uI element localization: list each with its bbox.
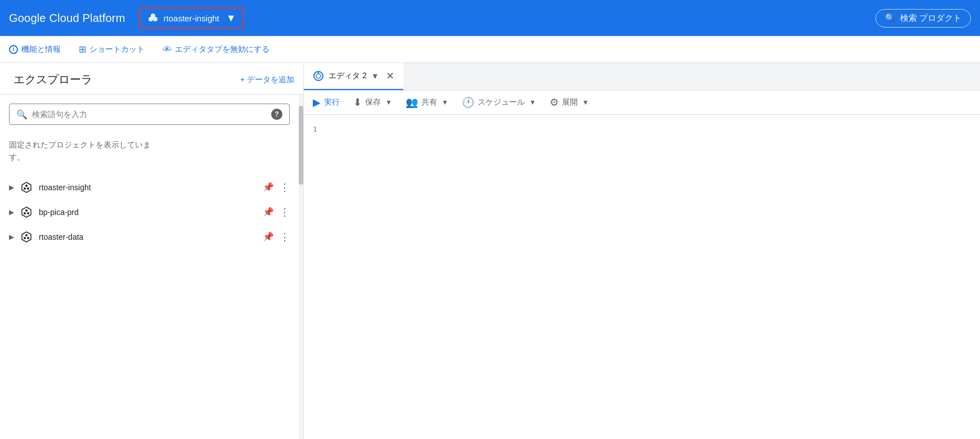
- subnav-features[interactable]: i 機能と情報: [9, 44, 61, 55]
- main-layout: エクスプローラ + データを追加 🔍 ? 固定されたプロジェクトを表示しています…: [0, 63, 980, 439]
- deploy-button[interactable]: ⚙ 展開 ▼: [550, 96, 589, 109]
- svg-point-6: [27, 187, 29, 190]
- eye-off-icon: 👁: [163, 44, 172, 55]
- project-hex-icon: [20, 230, 33, 244]
- schedule-icon: 🕐: [462, 96, 474, 109]
- project-icon: [147, 12, 159, 24]
- pinned-message: 固定されたプロジェクトを表示しています。: [9, 138, 290, 164]
- grid-icon: ⊞: [79, 44, 86, 55]
- editor-content[interactable]: 1: [304, 115, 980, 439]
- share-button[interactable]: 👥 共有 ▼: [406, 96, 448, 109]
- line-number: 1: [313, 124, 971, 135]
- svg-point-10: [27, 212, 29, 214]
- more-options-icon[interactable]: ⋮: [280, 231, 290, 243]
- schedule-button[interactable]: 🕐 スケジュール ▼: [462, 96, 536, 109]
- svg-point-12: [25, 234, 28, 236]
- editor-toolbar: ▶ 実行 ⬇ 保存 ▼ 👥 共有 ▼ 🕐 スケジュール ▼ ⚙ 展開 ▼: [304, 91, 980, 115]
- info-icon: i: [9, 45, 18, 54]
- add-data-label: + データを追加: [240, 75, 294, 85]
- svg-point-1: [149, 17, 153, 21]
- project-hex-icon: [20, 205, 33, 219]
- svg-marker-11: [22, 232, 31, 242]
- subnav-disable-editor-label: エディタタブを無効にする: [175, 44, 269, 55]
- subnav-disable-editor[interactable]: 👁 エディタタブを無効にする: [163, 44, 269, 55]
- share-label: 共有: [421, 97, 437, 107]
- editor-tab-active[interactable]: エディタ 2 ▼ ✕: [304, 63, 403, 90]
- table-row[interactable]: ▶ bp-pica-prd 📌 ⋮: [9, 202, 290, 222]
- search-icon: 🔍: [885, 13, 896, 23]
- svg-marker-7: [22, 207, 31, 217]
- run-button[interactable]: ▶ 実行: [313, 96, 340, 109]
- expand-arrow-icon[interactable]: ▶: [9, 183, 14, 191]
- tab-label: エディタ 2: [329, 71, 367, 81]
- search-bar[interactable]: 🔍 検索 プロダクト: [875, 9, 971, 28]
- pin-icon[interactable]: 📌: [263, 231, 274, 242]
- search-label: 検索 プロダクト: [900, 13, 961, 24]
- header: Google Cloud Platform rtoaster-insight ▼…: [0, 0, 980, 36]
- project-name-label: bp-pica-prd: [39, 208, 257, 217]
- expand-arrow-icon[interactable]: ▶: [9, 233, 14, 241]
- editor-tabs: エディタ 2 ▼ ✕: [304, 63, 980, 91]
- deploy-dropdown-icon[interactable]: ▼: [582, 98, 589, 106]
- svg-marker-3: [22, 182, 31, 192]
- project-name-label: rtoaster-data: [39, 232, 257, 241]
- svg-point-2: [153, 17, 158, 21]
- project-hex-icon: [20, 181, 33, 194]
- query-icon: [313, 70, 324, 82]
- svg-point-9: [24, 212, 26, 214]
- subnav-features-label: 機能と情報: [21, 44, 61, 55]
- svg-point-13: [24, 237, 26, 239]
- deploy-label: 展開: [562, 97, 578, 107]
- more-options-icon[interactable]: ⋮: [280, 181, 290, 194]
- save-button[interactable]: ⬇ 保存 ▼: [353, 96, 392, 109]
- explorer-panel: エクスプローラ + データを追加 🔍 ? 固定されたプロジェクトを表示しています…: [0, 63, 304, 439]
- svg-point-8: [25, 209, 28, 212]
- table-row[interactable]: ▶ rtoaster-data 📌 ⋮: [9, 227, 290, 247]
- subnav-shortcuts-label: ショートカット: [89, 44, 145, 55]
- project-selector[interactable]: rtoaster-insight ▼: [139, 7, 244, 29]
- run-label: 実行: [324, 97, 340, 107]
- explorer-header: エクスプローラ + データを追加: [0, 63, 303, 95]
- subnav: i 機能と情報 ⊞ ショートカット 👁 エディタタブを無効にする: [0, 36, 980, 63]
- svg-point-14: [27, 237, 29, 239]
- deploy-icon: ⚙: [550, 96, 559, 109]
- save-icon: ⬇: [353, 96, 362, 109]
- svg-point-16: [316, 74, 321, 78]
- expand-arrow-icon[interactable]: ▶: [9, 208, 14, 216]
- scrollbar[interactable]: [299, 95, 303, 439]
- schedule-label: スケジュール: [478, 97, 525, 107]
- search-input[interactable]: [32, 110, 267, 119]
- help-icon[interactable]: ?: [271, 109, 282, 120]
- add-data-button[interactable]: + データを追加: [240, 75, 294, 85]
- line-numbers: 1: [304, 124, 980, 135]
- chevron-down-icon: ▼: [226, 12, 236, 24]
- svg-point-4: [25, 185, 28, 187]
- pin-icon[interactable]: 📌: [263, 207, 274, 217]
- svg-point-5: [24, 187, 26, 190]
- save-dropdown-icon[interactable]: ▼: [385, 98, 392, 106]
- subnav-shortcuts[interactable]: ⊞ ショートカット: [79, 44, 145, 55]
- tab-close-icon[interactable]: ✕: [386, 70, 394, 82]
- more-options-icon[interactable]: ⋮: [280, 206, 290, 218]
- editor-panel: エディタ 2 ▼ ✕ ▶ 実行 ⬇ 保存 ▼ 👥 共有 ▼: [304, 63, 980, 439]
- save-label: 保存: [365, 97, 381, 107]
- project-name: rtoaster-insight: [164, 14, 219, 23]
- explorer-body: 🔍 ? 固定されたプロジェクトを表示しています。 ▶: [0, 95, 299, 439]
- share-dropdown-icon[interactable]: ▼: [442, 98, 448, 106]
- project-name-label: rtoaster-insight: [39, 183, 257, 192]
- explorer-title: エクスプローラ: [14, 72, 92, 87]
- schedule-dropdown-icon[interactable]: ▼: [529, 98, 536, 106]
- table-row[interactable]: ▶ rtoaster-insight 📌 ⋮: [9, 177, 290, 198]
- project-list: ▶ rtoaster-insight 📌 ⋮: [9, 177, 290, 247]
- run-icon: ▶: [313, 96, 321, 109]
- search-icon: 🔍: [16, 109, 28, 120]
- scrollbar-thumb[interactable]: [299, 106, 303, 185]
- share-icon: 👥: [406, 96, 418, 109]
- pin-icon[interactable]: 📌: [263, 182, 274, 192]
- search-box[interactable]: 🔍 ?: [9, 104, 290, 125]
- tab-dropdown-icon[interactable]: ▼: [371, 71, 379, 80]
- app-title: Google Cloud Platform: [9, 12, 125, 25]
